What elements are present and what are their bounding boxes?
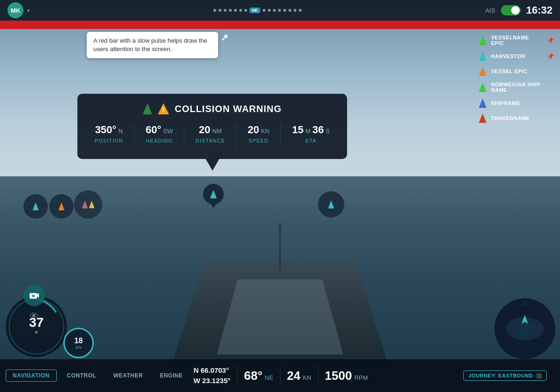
annotation-arrow-icon: ↗ xyxy=(220,32,228,43)
bubble-vessel-icon-gold xyxy=(89,201,95,208)
speed-ring-value: 18 xyxy=(75,337,83,345)
bubble-vessel-icon-teal xyxy=(33,203,39,211)
collision-warning-card[interactable]: COLLISION WARNING 350° N POSITION 60° SW… xyxy=(77,94,347,159)
pin-icon-1[interactable]: 📌 xyxy=(546,37,554,44)
ais-vessel-tankername[interactable]: TANKERNAME xyxy=(473,111,560,126)
stat-divider-3 xyxy=(236,124,236,147)
svg-point-6 xyxy=(513,322,537,336)
nav-rpm-unit: RPM xyxy=(354,374,368,381)
position-label: POSITION xyxy=(95,138,123,143)
eta-sec-unit: S xyxy=(326,128,330,135)
position-value: 350° xyxy=(95,124,117,136)
nav-heading-value: 68° xyxy=(244,369,262,383)
ais-vessel-panel: VESSELNAME EPIC 📌 HARVESTOR 📌 VESSEL EPI… xyxy=(473,28,560,129)
nav-north-coord: N 66.0703° xyxy=(194,365,231,376)
speed-ring-unit: KN xyxy=(76,345,82,350)
stat-position: 350° N POSITION xyxy=(95,124,123,147)
heading-unit: SW xyxy=(163,128,173,135)
nav-dot-6[interactable] xyxy=(239,9,242,12)
distance-value: 20 xyxy=(199,124,210,136)
nav-dot-badge[interactable]: NE xyxy=(250,8,260,13)
nav-dot-2[interactable] xyxy=(219,9,221,12)
vessel-bubble-teal[interactable] xyxy=(23,194,48,219)
vessel-name-6: TANKERNAME xyxy=(491,115,554,121)
nav-divider-2 xyxy=(237,366,237,385)
nav-speed-unit: KN xyxy=(303,374,311,381)
vessel-bubble-pink[interactable] xyxy=(74,190,102,219)
ais-label: AIS xyxy=(485,7,495,14)
ais-vessel-shipname[interactable]: SHIPNAME xyxy=(473,96,560,111)
nav-dot-8[interactable] xyxy=(263,9,265,12)
nav-rpm-group: 1500 RPM xyxy=(325,369,368,383)
distance-label: DISTANCE xyxy=(196,138,225,143)
bubble-vessel-icon-pink xyxy=(82,201,88,209)
nav-dot-1[interactable] xyxy=(213,9,216,12)
stat-speed: 20 KN SPEED xyxy=(248,124,270,147)
tab-control[interactable]: CONTROL xyxy=(61,370,103,381)
pin-icon-2[interactable]: 📌 xyxy=(546,53,554,60)
heading-value: 60° xyxy=(146,124,161,136)
top-bar: MK ▾ NE AIS 16:32 xyxy=(0,0,560,21)
vessel-icon-blue xyxy=(479,98,486,108)
stat-divider-4 xyxy=(280,124,281,147)
svg-point-3 xyxy=(32,294,35,297)
journey-label: JOURNEY: EASTBOUND xyxy=(469,373,533,378)
vessel-name-5: SHIPNAME xyxy=(491,100,554,106)
collision-stats: 350° N POSITION 60° SW HEADING 20 NM DIS… xyxy=(91,124,333,147)
minimap-widget[interactable]: N xyxy=(494,298,555,359)
vessel-bubble-center[interactable] xyxy=(203,184,224,204)
journey-expand-icon[interactable]: ⬛ xyxy=(536,373,542,378)
collision-warning-title: COLLISION WARNING xyxy=(174,104,281,114)
nav-dot-9[interactable] xyxy=(268,9,271,12)
tab-engine[interactable]: ENGINE xyxy=(153,370,189,381)
journey-badge[interactable]: JOURNEY: EASTBOUND ⬛ xyxy=(463,370,547,381)
vessel-bubble-orange[interactable] xyxy=(49,194,74,219)
nav-dot-13[interactable] xyxy=(288,9,291,12)
vessel-name-2: HARVESTOR xyxy=(491,53,542,59)
camera-button[interactable] xyxy=(23,285,45,306)
nav-dot-12[interactable] xyxy=(283,9,286,12)
bottom-left-widgets: 37 ° 18 KN xyxy=(5,295,94,358)
nav-dot-15[interactable] xyxy=(299,9,302,12)
ais-vessel-harvestor[interactable]: HARVESTOR 📌 xyxy=(473,49,560,64)
nav-divider-3 xyxy=(280,366,280,385)
heading-label: HEADING xyxy=(146,138,173,143)
svg-marker-2 xyxy=(37,293,39,298)
eta-min-unit: M xyxy=(305,128,310,135)
visibility-toggle-icon[interactable]: 👁 xyxy=(30,311,39,322)
position-unit: N xyxy=(118,128,122,135)
vessel-bubble-far-right[interactable] xyxy=(318,191,344,218)
stat-divider-1 xyxy=(134,124,135,147)
speed-value: 20 xyxy=(248,124,259,136)
stat-distance: 20 NM DISTANCE xyxy=(196,124,225,147)
heading-degree-symbol: ° xyxy=(35,330,38,338)
bubble-pointer xyxy=(211,204,216,208)
nav-dot-10[interactable] xyxy=(273,9,276,12)
warning-triangle-icon xyxy=(158,103,169,114)
nav-dot-11[interactable] xyxy=(278,9,281,12)
nav-divider-4 xyxy=(318,366,318,385)
nav-heading-direction: NE xyxy=(265,374,273,381)
distance-unit: NM xyxy=(212,128,222,135)
nav-dot-7[interactable] xyxy=(244,9,247,12)
nav-dot-14[interactable] xyxy=(294,9,296,12)
speed-ring-container: 18 KN xyxy=(63,328,94,358)
navigation-dots: NE xyxy=(30,8,485,13)
tab-navigation[interactable]: NAVIGATION xyxy=(6,369,57,382)
ship-bow xyxy=(163,233,397,364)
ais-vessel-vesselname-epic[interactable]: VESSELNAME EPIC 📌 xyxy=(473,32,560,49)
eta-minutes: 15 xyxy=(292,124,303,136)
time-display: 16:32 xyxy=(526,4,552,16)
nav-dot-3[interactable] xyxy=(224,9,227,12)
tab-weather[interactable]: WEATHER xyxy=(106,370,149,381)
nav-dot-4[interactable] xyxy=(229,9,232,12)
user-avatar[interactable]: MK xyxy=(8,2,23,18)
ais-vessel-norwegian-ship[interactable]: NORWEGIAN SHIP NAME xyxy=(473,79,560,96)
vessel-name-1: VESSELNAME EPIC xyxy=(491,35,542,46)
bubble-vessel-icon-orange xyxy=(59,203,65,211)
vessel-icon-teal xyxy=(479,52,486,61)
nav-heading-group: 68° NE xyxy=(244,369,273,383)
ais-vessel-vessel-epic[interactable]: VESSEL EPIC xyxy=(473,64,560,79)
nav-dot-5[interactable] xyxy=(234,9,237,12)
ais-toggle[interactable] xyxy=(501,5,521,15)
